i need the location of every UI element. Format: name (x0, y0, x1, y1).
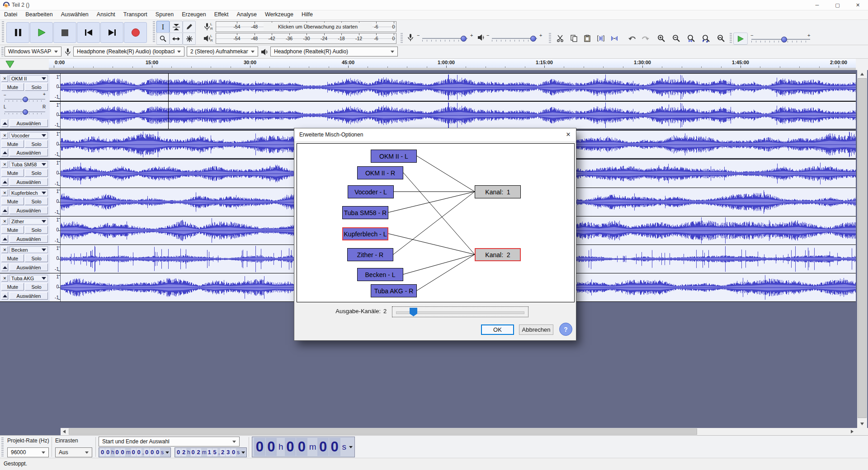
mix-source-box[interactable]: OKM II - L (371, 150, 417, 163)
track-collapse-button[interactable] (1, 292, 8, 300)
scroll-up-icon[interactable] (860, 73, 864, 75)
tools-toolbar-grip[interactable] (153, 21, 155, 43)
mix-source-box[interactable]: Zither - R (347, 248, 393, 261)
selection-mode-select[interactable]: Start und Ende der Auswahl (99, 437, 240, 446)
playback-volume-thumb[interactable] (530, 36, 536, 42)
recording-device-select[interactable]: Headphone (Realtek(R) Audio) (loopback) (73, 47, 184, 56)
track-collapse-button[interactable] (1, 149, 8, 156)
paste-button[interactable] (581, 33, 593, 44)
maximize-button[interactable]: ▢ (827, 0, 848, 10)
track-solo-button[interactable]: Solo (25, 283, 48, 291)
project-rate-select[interactable]: 96000 (7, 447, 49, 457)
track-select-button[interactable]: Auswählen (9, 207, 48, 214)
menu-datei[interactable]: Datei (0, 10, 21, 19)
zoom-out-button[interactable] (670, 33, 682, 44)
meter-monitor-hint[interactable]: Klicken um Überwachung zu starten (264, 23, 372, 31)
track-name-menu[interactable]: Tuba SM58 (9, 161, 48, 168)
mix-source-box[interactable]: OKM II - R (357, 166, 403, 179)
menu-erzeugen[interactable]: Erzeugen (178, 10, 210, 19)
track-name-menu[interactable]: Kupferblech (9, 189, 48, 196)
help-button[interactable]: ? (559, 323, 572, 336)
close-button[interactable]: ✕ (848, 0, 868, 10)
trim-audio-button[interactable] (595, 33, 607, 44)
output-channels-slider-thumb[interactable] (410, 308, 417, 316)
zoom-tool-button[interactable] (156, 33, 170, 45)
snap-select[interactable]: Aus (55, 447, 92, 457)
mix-source-box[interactable]: Tuba SM58 - R (342, 206, 388, 219)
envelope-tool-button[interactable] (170, 21, 183, 33)
track-collapse-button[interactable] (1, 263, 8, 271)
mix-source-box[interactable]: Vocoder - L (348, 185, 394, 198)
horizontal-scroll-thumb[interactable] (69, 428, 697, 435)
selection-tool-button[interactable]: I (156, 21, 170, 33)
pause-button[interactable] (6, 22, 29, 43)
scroll-down-icon[interactable] (860, 423, 864, 425)
track-select-button[interactable]: Auswählen (9, 149, 48, 156)
waveform-canvas[interactable] (61, 102, 856, 129)
cancel-button[interactable]: Abbrechen (519, 324, 553, 335)
draw-tool-button[interactable] (183, 21, 196, 33)
track-collapse-button[interactable] (1, 119, 8, 127)
track-name-menu[interactable]: Becken (9, 246, 48, 253)
device-toolbar-grip[interactable] (1, 47, 4, 56)
track-name-menu[interactable]: OKM II (9, 75, 48, 82)
track-solo-button[interactable]: Solo (25, 83, 48, 91)
playback-device-select[interactable]: Headphone (Realtek(R) Audio) (270, 47, 398, 56)
horizontal-scrollbar[interactable] (61, 428, 856, 435)
playback-volume-slider[interactable] (492, 38, 537, 39)
scroll-right-icon[interactable] (851, 430, 854, 433)
skip-to-start-button[interactable] (77, 22, 100, 43)
skip-to-end-button[interactable] (100, 22, 123, 43)
zoom-in-button[interactable] (656, 33, 667, 44)
field-dropdown-icon[interactable] (349, 446, 353, 448)
track-name-menu[interactable]: Tuba AKG (9, 275, 48, 282)
audio-position-field[interactable]: 00h00m00s (252, 437, 355, 457)
track-solo-button[interactable]: Solo (25, 169, 48, 177)
track-close-button[interactable]: ✕ (1, 189, 8, 196)
playback-meter[interactable]: LR-54-48-42-36-30-24-18-12-60 (200, 33, 396, 44)
track-close-button[interactable]: ✕ (1, 161, 8, 168)
track-close-button[interactable]: ✕ (1, 75, 8, 82)
gain-slider-thumb[interactable] (23, 97, 28, 102)
minimize-button[interactable]: ─ (807, 0, 827, 10)
track-select-button[interactable]: Auswählen (9, 235, 48, 243)
recording-channels-select[interactable]: 2 (Stereo) Aufnahmekanäle (187, 47, 258, 56)
menu-effekt[interactable]: Effekt (210, 10, 233, 19)
track-name-menu[interactable]: Vocoder (9, 132, 48, 139)
track-close-button[interactable]: ✕ (1, 218, 8, 225)
cut-button[interactable] (554, 33, 566, 44)
record-button[interactable] (124, 22, 147, 43)
track-mute-button[interactable]: Mute (1, 254, 24, 262)
mix-source-box[interactable]: Tuba AKG - R (371, 284, 417, 297)
track-select-button[interactable]: Auswählen (9, 263, 48, 271)
menu-werkzeuge[interactable]: Werkzeuge (261, 10, 297, 19)
output-channels-slider[interactable] (392, 306, 528, 317)
silence-audio-button[interactable] (609, 33, 620, 44)
redo-button[interactable] (639, 33, 651, 44)
track-solo-button[interactable]: Solo (25, 197, 48, 205)
mix-source-box[interactable]: Kupferblech - L (342, 227, 388, 240)
track-mute-button[interactable]: Mute (1, 140, 24, 148)
play-button[interactable] (30, 22, 53, 43)
copy-button[interactable] (568, 33, 580, 44)
track-select-button[interactable]: Auswählen (9, 119, 48, 127)
record-volume-thumb[interactable] (461, 36, 467, 42)
dialog-title-bar[interactable]: Erweiterte Misch-Optionen ✕ (294, 128, 576, 141)
timeline-ruler[interactable]: 0:0015:0030:0045:001:00:001:15:001:30:00… (49, 59, 856, 68)
menu-spuren[interactable]: Spuren (151, 10, 178, 19)
timeline-options-icon[interactable] (5, 61, 14, 68)
track-close-button[interactable]: ✕ (1, 246, 8, 253)
track-name-menu[interactable]: Zither (9, 218, 48, 225)
ok-button[interactable]: OK (481, 324, 514, 335)
track-select-button[interactable]: Auswählen (9, 178, 48, 186)
track-solo-button[interactable]: Solo (25, 254, 48, 262)
field-dropdown-icon[interactable] (241, 451, 245, 454)
mix-channel-box[interactable]: Kanal: 2 (475, 248, 521, 261)
transport-toolbar-grip[interactable] (2, 21, 4, 43)
mix-channel-box[interactable]: Kanal: 1 (475, 185, 521, 198)
undo-button[interactable] (627, 33, 638, 44)
zoom-toggle-button[interactable] (715, 33, 727, 44)
zoom-fit-button[interactable] (700, 33, 712, 44)
vertical-scroll-thumb[interactable] (858, 78, 867, 418)
selection-toolbar-grip[interactable] (1, 437, 4, 456)
